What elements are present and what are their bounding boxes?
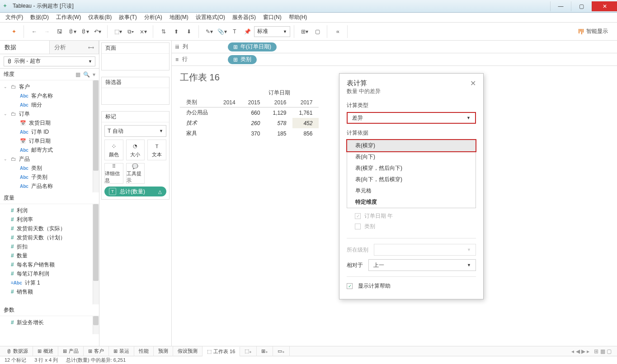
minimize-button[interactable]: —: [550, 1, 571, 11]
mark-color[interactable]: ⁘颜色: [104, 140, 123, 160]
presentation-button[interactable]: ▢: [311, 26, 323, 37]
compute-option[interactable]: 表(横穿，然后向下): [347, 163, 476, 174]
new-story-tab[interactable]: ▭₊: [273, 346, 290, 356]
sheet-tab[interactable]: ⊞概述: [33, 346, 58, 356]
dim-field[interactable]: Abc类别: [0, 163, 99, 173]
show-me-button[interactable]: ⊞▾: [299, 26, 311, 37]
measure-field[interactable]: #利润: [0, 206, 99, 215]
datasource-selector[interactable]: 🛢 示例 - 超市▼: [4, 56, 95, 66]
view-icon[interactable]: ▦: [75, 71, 80, 78]
dim-field[interactable]: Abc邮寄方式: [0, 145, 99, 154]
relative-to-dropdown[interactable]: 上一▼: [368, 259, 476, 271]
rows-pill-category[interactable]: ⊞类别: [228, 55, 257, 64]
measure-field[interactable]: =Abc计算 1: [0, 278, 99, 287]
undo-button[interactable]: ↶▾: [92, 26, 104, 37]
fit-dropdown[interactable]: 标准▼: [254, 26, 290, 37]
back-button[interactable]: ←: [28, 26, 40, 37]
highlight-button[interactable]: ✎▾: [203, 26, 215, 37]
menu-help[interactable]: 帮助(H): [286, 13, 310, 22]
tab-datasource[interactable]: 🛢数据源: [2, 346, 33, 356]
tableau-icon[interactable]: ✦: [8, 26, 20, 37]
menu-story[interactable]: 故事(T): [116, 13, 139, 22]
menu-data[interactable]: 数据(D): [28, 13, 52, 22]
new-datasource-button[interactable]: 🛢▾: [66, 26, 78, 37]
measure-field[interactable]: #数量: [0, 251, 99, 260]
menu-map[interactable]: 地图(M): [167, 13, 191, 22]
measure-field[interactable]: #折扣: [0, 242, 99, 251]
compute-option[interactable]: 表(向下): [347, 151, 476, 163]
show-me-panel-toggle[interactable]: 智能显示: [579, 28, 612, 35]
scrollbar[interactable]: [93, 80, 99, 192]
duplicate-button[interactable]: ⧉▾: [125, 26, 137, 37]
new-worksheet-tab[interactable]: ⬚₊: [240, 346, 257, 356]
dialog-close-button[interactable]: ✕: [470, 79, 476, 95]
search-icon[interactable]: 🔍: [83, 71, 90, 78]
measure-field[interactable]: #每笔订单利润: [0, 269, 99, 278]
close-button[interactable]: ✕: [592, 1, 617, 11]
dim-field[interactable]: Abc订单 ID: [0, 127, 99, 136]
measure-field[interactable]: #销售额: [0, 287, 99, 296]
dim-field[interactable]: Abc细分: [0, 100, 99, 109]
tab-data[interactable]: 数据: [0, 41, 50, 54]
compute-option[interactable]: 单元格: [347, 185, 476, 196]
marks-pill-quantity[interactable]: T 总计(数量) △: [104, 187, 166, 196]
mark-type-dropdown[interactable]: T 自动▼: [104, 125, 166, 137]
scrollbar[interactable]: [93, 316, 99, 334]
menu-file[interactable]: 文件(F): [3, 13, 26, 22]
mark-size[interactable]: ◔大小: [126, 140, 145, 160]
columns-shelf[interactable]: iii列 ⊞年(订单日期): [172, 41, 617, 53]
sheet-tab[interactable]: 假设预测: [173, 346, 203, 356]
scrollbar[interactable]: [93, 204, 99, 304]
sort-asc-button[interactable]: ⬆: [170, 26, 182, 37]
sheet-tab[interactable]: ⬚工作表 16: [203, 346, 240, 356]
dim-group[interactable]: ⌄🗀订单: [0, 109, 99, 118]
dim-field[interactable]: 📅订单日期: [0, 136, 99, 145]
tab-nav-controls[interactable]: ◂ ◀ ▶ ▸ ⊞ ▦ ▢: [571, 348, 615, 355]
swap-button[interactable]: ⇅: [158, 26, 170, 37]
clear-button[interactable]: ⨯▾: [137, 26, 149, 37]
dim-field[interactable]: 📅发货日期: [0, 118, 99, 127]
mark-tooltip[interactable]: 💬工具提示: [126, 163, 145, 184]
dim-field[interactable]: Abc产品名称: [0, 182, 99, 191]
parameter-field[interactable]: #新业务增长: [0, 318, 99, 327]
measure-field[interactable]: #每名客户销售额: [0, 260, 99, 269]
sheet-tab[interactable]: 预测: [154, 346, 173, 356]
menu-format[interactable]: 设置格式(O): [193, 13, 228, 22]
mark-text[interactable]: T文本: [147, 140, 166, 160]
compute-option[interactable]: 表(横穿): [347, 140, 476, 151]
text-button[interactable]: T: [229, 26, 240, 37]
menu-server[interactable]: 服务器(S): [230, 13, 259, 22]
forward-button[interactable]: →: [41, 26, 53, 37]
sheet-tab[interactable]: ⊞客户: [84, 346, 109, 356]
sheet-tab[interactable]: ⊞装运: [109, 346, 134, 356]
columns-pill-year[interactable]: ⊞年(订单日期): [228, 42, 277, 51]
menu-window[interactable]: 窗口(N): [260, 13, 284, 22]
mark-detail[interactable]: ⠿详细信息: [104, 163, 123, 184]
share-button[interactable]: ∝: [332, 26, 344, 37]
calc-type-dropdown[interactable]: 差异▼: [347, 112, 476, 124]
group-button[interactable]: 📎▾: [216, 26, 228, 37]
maximize-button[interactable]: ▢: [571, 1, 592, 11]
show-calc-help-checkbox[interactable]: ✓显示计算帮助: [339, 280, 483, 292]
menu-dashboard[interactable]: 仪表板(B): [85, 13, 114, 22]
compute-option[interactable]: 特定维度: [347, 196, 476, 208]
dim-field[interactable]: Abc客户名称: [0, 91, 99, 100]
menu-caret-icon[interactable]: ▾: [93, 71, 95, 78]
tab-analytics[interactable]: 分析⟷: [50, 41, 99, 54]
measure-field[interactable]: #利润率: [0, 215, 99, 224]
sort-desc-button[interactable]: ⬇: [183, 26, 195, 37]
menu-worksheet[interactable]: 工作表(W): [53, 13, 84, 22]
measure-field[interactable]: #发货前天数（计划）: [0, 233, 99, 242]
new-worksheet-button[interactable]: ⬚▾: [112, 26, 124, 37]
pin-button[interactable]: 📌: [241, 26, 253, 37]
dim-group[interactable]: ⌄🗀产品: [0, 154, 99, 163]
save-button[interactable]: 🖫: [54, 26, 66, 37]
menu-analysis[interactable]: 分析(A): [141, 13, 165, 22]
compute-option[interactable]: 表(向下，然后横穿): [347, 174, 476, 185]
sheet-tab[interactable]: 性能: [134, 346, 154, 356]
refresh-button[interactable]: 🛢▾: [79, 26, 91, 37]
rows-shelf[interactable]: ≡行 ⊞类别: [172, 53, 617, 66]
new-dashboard-tab[interactable]: ⊞₊: [257, 346, 273, 356]
dim-field[interactable]: Abc子类别: [0, 173, 99, 182]
dim-group[interactable]: ⌄🗀客户: [0, 82, 99, 91]
